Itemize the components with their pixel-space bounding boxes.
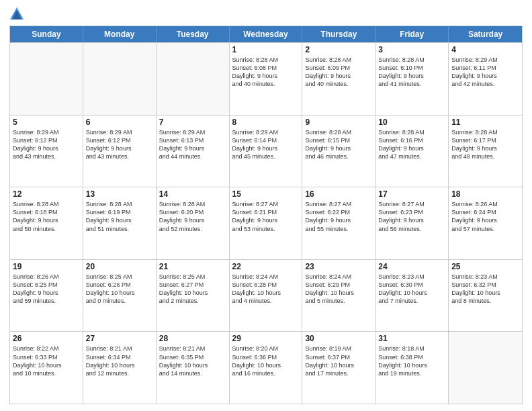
cal-cell-22: 22Sunrise: 8:24 AM Sunset: 6:28 PM Dayli… [230,260,303,332]
cal-cell-25: 25Sunrise: 8:23 AM Sunset: 6:32 PM Dayli… [449,260,522,332]
day-number: 15 [232,189,300,199]
day-number: 26 [13,334,80,343]
cal-cell-2: 2Sunrise: 8:28 AM Sunset: 6:09 PM Daylig… [302,43,375,115]
header-thursday: Thursday [302,26,375,42]
cell-info: Sunrise: 8:28 AM Sunset: 6:10 PM Dayligh… [378,56,445,89]
day-number: 5 [13,118,80,127]
cal-cell-empty [449,332,522,404]
day-number: 7 [159,118,226,127]
cell-info: Sunrise: 8:18 AM Sunset: 6:38 PM Dayligh… [378,345,445,377]
day-number: 8 [232,118,300,127]
day-number: 10 [378,118,445,127]
day-number: 25 [451,262,519,271]
day-number: 30 [305,334,372,343]
cal-cell-23: 23Sunrise: 8:24 AM Sunset: 6:29 PM Dayli… [302,260,375,332]
cell-info: Sunrise: 8:20 AM Sunset: 6:36 PM Dayligh… [232,345,300,377]
header-wednesday: Wednesday [230,26,303,42]
cell-info: Sunrise: 8:24 AM Sunset: 6:29 PM Dayligh… [305,273,372,306]
cell-info: Sunrise: 8:27 AM Sunset: 6:22 PM Dayligh… [305,200,372,233]
cal-cell-empty [10,43,83,115]
cell-info: Sunrise: 8:24 AM Sunset: 6:28 PM Dayligh… [232,273,300,306]
cal-cell-13: 13Sunrise: 8:28 AM Sunset: 6:19 PM Dayli… [83,187,157,259]
cell-info: Sunrise: 8:28 AM Sunset: 6:19 PM Dayligh… [86,200,153,233]
cell-info: Sunrise: 8:21 AM Sunset: 6:34 PM Dayligh… [86,345,153,377]
day-number: 1 [232,45,300,54]
cal-cell-26: 26Sunrise: 8:22 AM Sunset: 6:33 PM Dayli… [10,332,83,404]
cal-cell-29: 29Sunrise: 8:20 AM Sunset: 6:36 PM Dayli… [230,332,303,404]
day-number: 2 [305,45,372,54]
cal-cell-19: 19Sunrise: 8:26 AM Sunset: 6:25 PM Dayli… [10,260,83,332]
cal-cell-20: 20Sunrise: 8:25 AM Sunset: 6:26 PM Dayli… [83,260,157,332]
cal-cell-8: 8Sunrise: 8:29 AM Sunset: 6:14 PM Daylig… [230,116,303,187]
calendar: SundayMondayTuesdayWednesdayThursdayFrid… [9,26,523,404]
calendar-body: 1Sunrise: 8:28 AM Sunset: 6:08 PM Daylig… [10,42,522,404]
cal-cell-16: 16Sunrise: 8:27 AM Sunset: 6:22 PM Dayli… [302,187,375,259]
day-number: 29 [232,334,300,343]
header-monday: Monday [83,26,157,42]
cell-info: Sunrise: 8:28 AM Sunset: 6:08 PM Dayligh… [232,56,300,89]
cell-info: Sunrise: 8:28 AM Sunset: 6:15 PM Dayligh… [305,128,372,161]
day-number: 31 [378,334,445,343]
day-number: 22 [232,262,300,271]
cell-info: Sunrise: 8:28 AM Sunset: 6:17 PM Dayligh… [451,128,519,161]
cal-cell-21: 21Sunrise: 8:25 AM Sunset: 6:27 PM Dayli… [157,260,230,332]
header-saturday: Saturday [449,26,522,42]
day-number: 27 [86,334,153,343]
cal-cell-15: 15Sunrise: 8:27 AM Sunset: 6:21 PM Dayli… [230,187,303,259]
cal-cell-4: 4Sunrise: 8:29 AM Sunset: 6:11 PM Daylig… [449,43,522,115]
day-number: 14 [159,189,226,199]
cell-info: Sunrise: 8:19 AM Sunset: 6:37 PM Dayligh… [305,345,372,377]
cal-cell-11: 11Sunrise: 8:28 AM Sunset: 6:17 PM Dayli… [449,116,522,187]
day-number: 9 [305,118,372,127]
day-number: 3 [378,45,445,54]
cell-info: Sunrise: 8:28 AM Sunset: 6:18 PM Dayligh… [13,200,80,233]
header [9,7,523,21]
cell-info: Sunrise: 8:29 AM Sunset: 6:14 PM Dayligh… [232,128,300,161]
cal-cell-28: 28Sunrise: 8:21 AM Sunset: 6:35 PM Dayli… [157,332,230,404]
cell-info: Sunrise: 8:27 AM Sunset: 6:21 PM Dayligh… [232,200,300,233]
cal-cell-5: 5Sunrise: 8:29 AM Sunset: 6:12 PM Daylig… [10,116,83,187]
logo-icon [9,7,24,21]
cal-cell-9: 9Sunrise: 8:28 AM Sunset: 6:15 PM Daylig… [302,116,375,187]
cell-info: Sunrise: 8:29 AM Sunset: 6:13 PM Dayligh… [159,128,226,161]
cell-info: Sunrise: 8:27 AM Sunset: 6:23 PM Dayligh… [378,200,445,233]
logo [9,7,26,21]
cell-info: Sunrise: 8:29 AM Sunset: 6:11 PM Dayligh… [451,56,519,89]
header-friday: Friday [375,26,449,42]
page: SundayMondayTuesdayWednesdayThursdayFrid… [0,0,532,411]
cal-cell-6: 6Sunrise: 8:29 AM Sunset: 6:12 PM Daylig… [83,116,157,187]
cell-info: Sunrise: 8:28 AM Sunset: 6:16 PM Dayligh… [378,128,445,161]
week-row-2: 12Sunrise: 8:28 AM Sunset: 6:18 PM Dayli… [10,187,522,259]
cal-cell-17: 17Sunrise: 8:27 AM Sunset: 6:23 PM Dayli… [375,187,449,259]
cal-cell-30: 30Sunrise: 8:19 AM Sunset: 6:37 PM Dayli… [302,332,375,404]
day-number: 18 [451,189,519,199]
cell-info: Sunrise: 8:26 AM Sunset: 6:24 PM Dayligh… [451,200,519,233]
day-number: 23 [305,262,372,271]
cell-info: Sunrise: 8:23 AM Sunset: 6:32 PM Dayligh… [451,273,519,306]
cell-info: Sunrise: 8:29 AM Sunset: 6:12 PM Dayligh… [13,128,80,161]
cell-info: Sunrise: 8:23 AM Sunset: 6:30 PM Dayligh… [378,273,445,306]
cal-cell-10: 10Sunrise: 8:28 AM Sunset: 6:16 PM Dayli… [375,116,449,187]
cell-info: Sunrise: 8:25 AM Sunset: 6:26 PM Dayligh… [86,273,153,306]
day-number: 19 [13,262,80,271]
cell-info: Sunrise: 8:26 AM Sunset: 6:25 PM Dayligh… [13,273,80,306]
week-row-4: 26Sunrise: 8:22 AM Sunset: 6:33 PM Dayli… [10,331,522,404]
cal-cell-31: 31Sunrise: 8:18 AM Sunset: 6:38 PM Dayli… [375,332,449,404]
cell-info: Sunrise: 8:29 AM Sunset: 6:12 PM Dayligh… [86,128,153,161]
calendar-header: SundayMondayTuesdayWednesdayThursdayFrid… [10,26,522,42]
day-number: 13 [86,189,153,199]
cell-info: Sunrise: 8:21 AM Sunset: 6:35 PM Dayligh… [159,345,226,377]
cal-cell-18: 18Sunrise: 8:26 AM Sunset: 6:24 PM Dayli… [449,187,522,259]
header-tuesday: Tuesday [157,26,230,42]
day-number: 21 [159,262,226,271]
week-row-1: 5Sunrise: 8:29 AM Sunset: 6:12 PM Daylig… [10,115,522,187]
day-number: 4 [451,45,519,54]
cal-cell-7: 7Sunrise: 8:29 AM Sunset: 6:13 PM Daylig… [157,116,230,187]
day-number: 17 [378,189,445,199]
cal-cell-27: 27Sunrise: 8:21 AM Sunset: 6:34 PM Dayli… [83,332,157,404]
cell-info: Sunrise: 8:28 AM Sunset: 6:09 PM Dayligh… [305,56,372,89]
cal-cell-empty [157,43,230,115]
cal-cell-empty [83,43,157,115]
day-number: 11 [451,118,519,127]
cell-info: Sunrise: 8:25 AM Sunset: 6:27 PM Dayligh… [159,273,226,306]
